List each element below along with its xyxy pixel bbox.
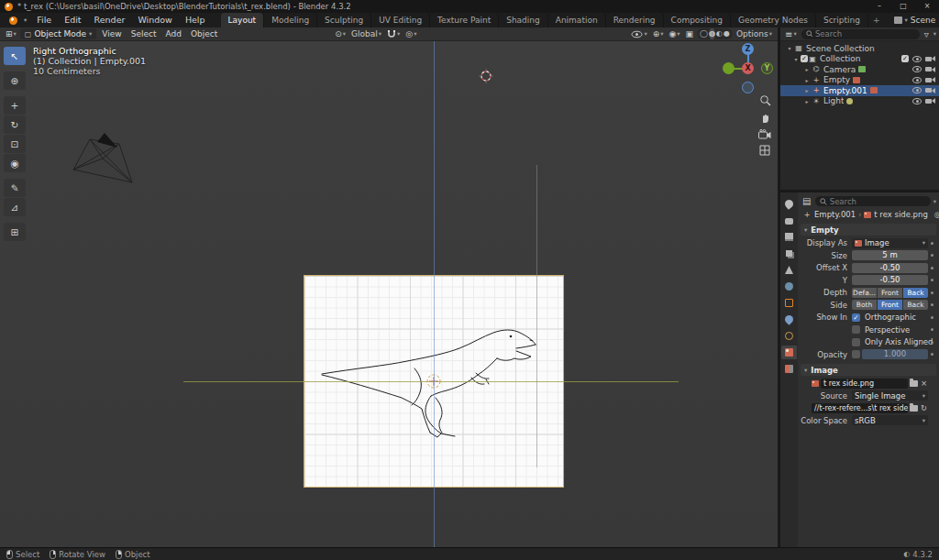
proportional-editing-button[interactable]: ◎▾ — [403, 29, 418, 38]
expand-icon[interactable]: ▸ — [802, 87, 812, 93]
pin-icon[interactable]: ◎ — [933, 210, 939, 219]
menu-window[interactable]: Window — [131, 13, 178, 27]
scene-selector[interactable]: ▾ Scene ▣ × — [894, 16, 939, 25]
tab-texture[interactable] — [781, 362, 797, 376]
tab-scripting[interactable]: Scripting — [816, 13, 868, 27]
side-both-option[interactable]: Both — [852, 300, 877, 310]
disable-render-camera-icon[interactable] — [925, 98, 935, 104]
tab-compositing[interactable]: Compositing — [664, 13, 731, 27]
editor-type-button[interactable]: ⊞▾ — [4, 29, 18, 38]
panel-image-header[interactable]: ▾ Image — [801, 364, 936, 376]
depth-default-option[interactable]: Defa... — [852, 288, 877, 298]
select-box-tool[interactable]: ↖ — [4, 47, 26, 65]
side-back-option[interactable]: Back — [903, 300, 928, 310]
tab-uv-editing[interactable]: UV Editing — [371, 13, 430, 27]
outliner-row-collection[interactable]: ▾ ▣ Collection — [780, 54, 939, 65]
keyframe-dot[interactable] — [931, 279, 933, 281]
gizmo-z-negative-axis[interactable] — [742, 82, 754, 93]
xray-toggle[interactable]: ▣ — [684, 29, 696, 38]
rotate-tool[interactable]: ↻ — [4, 115, 26, 134]
opacity-slider[interactable]: 1.000 — [862, 349, 928, 359]
menu-add[interactable]: Add — [161, 29, 184, 38]
tab-object-data[interactable] — [781, 346, 797, 359]
expand-icon[interactable]: ▾ — [791, 56, 801, 62]
add-workspace-button[interactable]: + — [868, 13, 885, 27]
properties-search[interactable] — [815, 196, 930, 206]
filter-icon[interactable]: ▿ — [922, 29, 931, 39]
unlink-image-icon[interactable]: × — [920, 379, 928, 388]
blender-menu-button[interactable]: ▾ — [6, 16, 30, 25]
zoom-icon[interactable] — [759, 94, 771, 106]
camera-view-icon[interactable] — [758, 129, 771, 139]
outliner-editor-type-button[interactable]: ≡▾ — [783, 29, 799, 39]
source-dropdown[interactable]: Single Image▾ — [852, 390, 928, 401]
keyframe-dot[interactable] — [931, 242, 933, 245]
tab-output[interactable] — [781, 230, 797, 244]
disable-render-camera-icon[interactable] — [925, 56, 935, 62]
measure-tool[interactable]: ⊿ — [4, 198, 26, 216]
hide-viewport-eye-icon[interactable] — [912, 98, 922, 104]
filepath-field[interactable]: //t-rex-refere...s\t rex side.png — [812, 403, 908, 413]
keyframe-dot[interactable] — [931, 328, 933, 331]
keyframe-dot[interactable] — [931, 341, 933, 344]
viewport-3d[interactable]: ⊞▾ ▢ Object Mode ▾ View Select Add Objec… — [0, 27, 778, 547]
open-image-folder-icon[interactable] — [910, 380, 918, 387]
menu-select[interactable]: Select — [127, 29, 160, 38]
hide-viewport-eye-icon[interactable] — [912, 87, 922, 93]
menu-edit[interactable]: Edit — [58, 13, 87, 27]
outliner-search[interactable] — [801, 29, 920, 39]
use-opacity-checkbox[interactable] — [852, 350, 860, 358]
orientation-dropdown[interactable]: Global ▾ — [349, 29, 383, 38]
snap-magnet-button[interactable]: ▾ — [385, 29, 402, 39]
shading-material-button[interactable]: ◐ — [716, 28, 723, 39]
menu-render[interactable]: Render — [88, 13, 132, 27]
navigation-gizmo[interactable]: Z X Y — [723, 43, 774, 94]
menu-view[interactable]: View — [98, 29, 125, 38]
options-dropdown[interactable]: Options ▾ — [735, 29, 774, 38]
expand-icon[interactable]: ▸ — [802, 77, 812, 83]
move-tool[interactable]: + — [4, 96, 26, 115]
breadcrumb-object[interactable]: Empty.001 — [814, 210, 856, 219]
gizmo-y-negative-axis[interactable] — [723, 62, 735, 74]
menu-help[interactable]: Help — [179, 13, 212, 27]
minimize-button[interactable]: – — [867, 0, 891, 13]
tab-render[interactable] — [781, 214, 797, 227]
tab-modeling[interactable]: Modeling — [264, 13, 317, 27]
keyframe-dot[interactable] — [931, 254, 933, 257]
maximize-button[interactable]: □ — [891, 0, 915, 13]
offset-y-field[interactable]: -0.50 — [852, 275, 928, 285]
chevron-down-icon[interactable]: ▾ — [933, 198, 936, 205]
gizmo-x-axis[interactable]: X — [742, 62, 754, 74]
menu-file[interactable]: File — [30, 13, 58, 27]
properties-editor-type-button[interactable]: ▤ — [801, 196, 812, 206]
keyframe-dot[interactable] — [931, 291, 933, 294]
depth-back-option[interactable]: Back — [903, 288, 928, 298]
expand-icon[interactable]: ▸ — [802, 98, 812, 104]
offset-x-field[interactable]: -0.50 — [852, 263, 928, 273]
panel-empty-header[interactable]: ▾ Empty — [801, 224, 936, 236]
disable-render-camera-icon[interactable] — [925, 87, 935, 93]
expand-icon[interactable]: ▾ — [785, 45, 794, 51]
exclude-checkbox[interactable] — [901, 55, 909, 62]
tab-tool[interactable] — [781, 197, 797, 211]
annotate-tool[interactable]: ✎ — [4, 179, 26, 197]
hide-viewport-eye-icon[interactable] — [912, 56, 922, 62]
overlays-toggle[interactable]: ◉▾ — [667, 29, 681, 38]
tab-view-layer[interactable] — [781, 247, 797, 260]
expand-icon[interactable]: ▸ — [802, 66, 812, 72]
tab-layout[interactable]: Layout — [221, 13, 265, 27]
keyframe-dot[interactable] — [931, 316, 933, 319]
tab-shading[interactable]: Shading — [499, 13, 548, 27]
viewport-canvas[interactable]: ↖ ⊕ + ↻ ⊡ ◉ ✎ ⊿ ⊞ Right Orthographic (1)… — [0, 41, 778, 547]
browse-file-folder-icon[interactable] — [910, 405, 918, 412]
close-button[interactable]: × — [915, 0, 939, 13]
orthographic-grid-icon[interactable] — [759, 145, 770, 156]
keyframe-dot[interactable] — [931, 267, 933, 269]
reload-image-icon[interactable]: ↻ — [920, 403, 928, 412]
breadcrumb-data[interactable]: t rex side.png — [874, 210, 927, 219]
outliner-row-camera[interactable]: ▸ ⌬ Camera — [780, 64, 939, 75]
menu-object[interactable]: Object — [187, 29, 221, 38]
add-cube-tool[interactable]: ⊞ — [4, 223, 26, 241]
tab-rendering[interactable]: Rendering — [606, 13, 664, 27]
chevron-down-icon[interactable]: ▾ — [933, 30, 936, 38]
